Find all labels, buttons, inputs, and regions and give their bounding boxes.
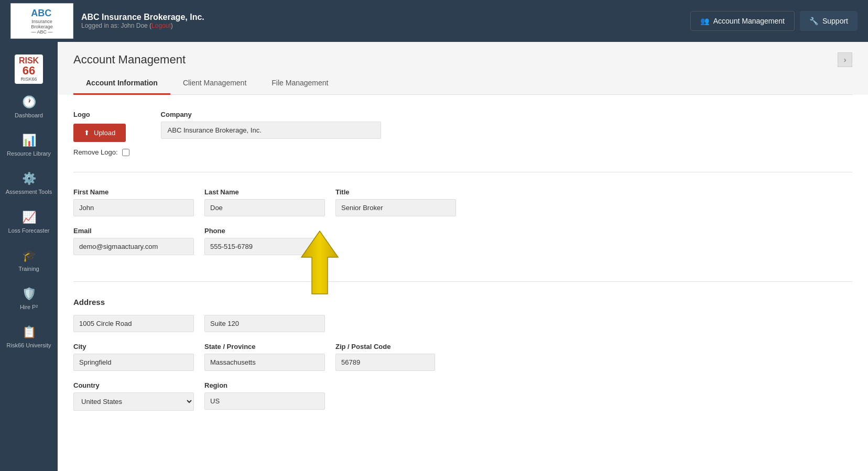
sidebar: RISK 66 RISK66 🕐 Dashboard 📊 Resource Li… <box>0 42 58 471</box>
first-name-group: First Name <box>73 188 194 216</box>
header-company-name: ABC Insurance Brokerage, Inc. <box>81 13 204 22</box>
training-icon: 🎓 <box>22 249 36 262</box>
email-group: Email <box>73 227 194 255</box>
country-select[interactable]: United States <box>73 392 194 411</box>
city-input[interactable] <box>73 354 194 371</box>
logo-left: Logo ⬆ Upload Remove Logo: <box>73 111 129 156</box>
city-group: City <box>73 343 194 371</box>
sidebar-item-label-hire: Hire P² <box>20 304 38 311</box>
sidebar-item-training[interactable]: 🎓 Training <box>0 242 58 280</box>
last-name-label: Last Name <box>204 188 325 196</box>
state-group: State / Province <box>204 343 325 371</box>
zip-label: Zip / Postal Code <box>335 343 435 350</box>
company-logo-box: ABC InsuranceBrokerage— ABC — <box>10 3 73 39</box>
name-title-section: First Name Last Name Title Email <box>73 188 852 282</box>
dashboard-icon: 🕐 <box>22 95 36 109</box>
email-phone-row: Email Phone <box>73 227 852 255</box>
country-label: Country <box>73 381 194 389</box>
hire-p2-icon: 🛡️ <box>22 287 36 301</box>
phone-label: Phone <box>204 227 325 235</box>
sidebar-item-logo[interactable]: RISK 66 RISK66 <box>0 47 58 88</box>
support-icon: 🔧 <box>809 17 818 25</box>
last-name-group: Last Name <box>204 188 325 216</box>
company-value: ABC Insurance Brokerage, Inc. <box>161 122 381 139</box>
resource-library-icon: 📊 <box>22 134 36 147</box>
assessment-tools-icon: ⚙️ <box>22 172 36 185</box>
content-area: Account Management › Account Information… <box>58 42 868 471</box>
logo-abc-text: ABC <box>31 8 53 19</box>
title-label: Title <box>335 188 456 196</box>
name-row: First Name Last Name Title <box>73 188 852 216</box>
address-lines-row <box>73 315 852 332</box>
address-heading: Address <box>73 298 852 306</box>
page-title: Account Management <box>73 53 186 67</box>
tab-file-management[interactable]: File Management <box>259 72 341 95</box>
header-buttons: 👥 Account Management 🔧 Support <box>690 11 858 31</box>
remove-logo-checkbox[interactable] <box>122 149 129 156</box>
company-right: Company ABC Insurance Brokerage, Inc. <box>161 111 381 139</box>
tab-client-management[interactable]: Client Management <box>170 72 259 95</box>
risk66-university-icon: 📋 <box>22 325 36 339</box>
address-line1-input[interactable] <box>73 315 194 332</box>
remove-logo-label: Remove Logo: <box>73 148 118 156</box>
header-company-info: ABC Insurance Brokerage, Inc. Logged in … <box>81 13 204 29</box>
sidebar-item-dashboard[interactable]: 🕐 Dashboard <box>0 88 58 126</box>
account-management-button[interactable]: 👥 Account Management <box>690 11 795 31</box>
first-name-label: First Name <box>73 188 194 196</box>
header-logo-area: ABC InsuranceBrokerage— ABC — ABC Insura… <box>10 3 204 39</box>
account-mgmt-label: Account Management <box>713 17 785 25</box>
title-input[interactable] <box>335 199 456 216</box>
page-header-chevron[interactable]: › <box>838 52 852 67</box>
sidebar-item-hire-p2[interactable]: 🛡️ Hire P² <box>0 280 58 318</box>
city-label: City <box>73 343 194 350</box>
address-line2-input[interactable] <box>204 315 325 332</box>
upload-button[interactable]: ⬆ Upload <box>73 124 126 142</box>
sidebar-item-label-assessment: Assessment Tools <box>6 189 52 195</box>
header-login-info: Logged in as: John Doe (Logout) <box>81 22 204 29</box>
loss-forecaster-icon: 📈 <box>22 211 36 224</box>
address-section: Address City State / Pro <box>73 298 852 437</box>
form-content: Logo ⬆ Upload Remove Logo: Company ABC I… <box>58 95 868 471</box>
email-input[interactable] <box>73 238 194 255</box>
address-line2-group <box>204 315 325 332</box>
company-label: Company <box>161 111 381 118</box>
phone-input[interactable] <box>204 238 325 255</box>
logo-label: Logo <box>73 111 129 118</box>
support-button[interactable]: 🔧 Support <box>800 11 858 31</box>
zip-group: Zip / Postal Code <box>335 343 435 371</box>
phone-group: Phone <box>204 227 325 255</box>
region-group: Region <box>204 381 325 411</box>
state-input[interactable] <box>204 354 325 371</box>
email-label: Email <box>73 227 194 235</box>
sidebar-item-label-dashboard: Dashboard <box>15 112 43 119</box>
logo-company-section: Logo ⬆ Upload Remove Logo: Company ABC I… <box>73 111 852 172</box>
title-group: Title <box>335 188 456 216</box>
logo-subtitle: InsuranceBrokerage— ABC — <box>31 19 53 35</box>
first-name-input[interactable] <box>73 199 194 216</box>
page-header: Account Management › <box>58 42 868 67</box>
tabs-bar: Account Information Client Management Fi… <box>73 72 852 95</box>
country-group: Country United States <box>73 381 194 411</box>
zip-input[interactable] <box>335 354 435 371</box>
country-region-row: Country United States Region <box>73 381 852 411</box>
upload-icon: ⬆ <box>84 129 90 137</box>
sidebar-item-loss-forecaster[interactable]: 📈 Loss Forecaster <box>0 203 58 242</box>
logout-link[interactable]: Logout <box>151 22 171 29</box>
last-name-input[interactable] <box>204 199 325 216</box>
state-label: State / Province <box>204 343 325 350</box>
sidebar-item-label-loss: Loss Forecaster <box>8 227 50 234</box>
sidebar-item-label-training: Training <box>18 266 39 272</box>
tab-account-information[interactable]: Account Information <box>73 72 170 95</box>
support-label: Support <box>822 17 848 25</box>
sidebar-item-label-university: Risk66 University <box>7 342 51 349</box>
sidebar-item-resource-library[interactable]: 📊 Resource Library <box>0 126 58 165</box>
remove-logo-row: Remove Logo: <box>73 148 129 156</box>
address-line1-group <box>73 315 194 332</box>
city-state-zip-row: City State / Province Zip / Postal Code <box>73 343 852 371</box>
sidebar-item-risk66-university[interactable]: 📋 Risk66 University <box>0 318 58 356</box>
region-input[interactable] <box>204 392 325 410</box>
account-mgmt-icon: 👥 <box>700 17 709 25</box>
address-label-group: Address <box>73 298 852 306</box>
sidebar-item-assessment-tools[interactable]: ⚙️ Assessment Tools <box>0 165 58 203</box>
sidebar-item-label-resource: Resource Library <box>7 150 51 157</box>
